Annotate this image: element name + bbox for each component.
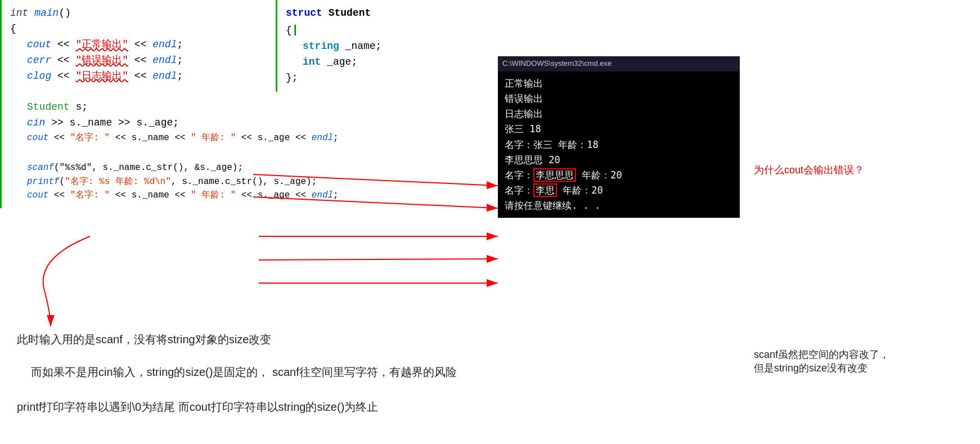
page-container: int main() { cout << "正常输出" << endl; cer… — [0, 0, 980, 444]
terminal-line-6: 李思思思 20 — [505, 153, 733, 168]
bottom-annotation-3: printf打印字符串以遇到\0为结尾 而cout打印字符串以string的si… — [17, 400, 378, 415]
terminal-line-2: 错误输出 — [505, 91, 733, 106]
terminal-window: C:\WINDOWS\system32\cmd.exe 正常输出 错误输出 日志… — [498, 56, 740, 218]
terminal-line-9: 请按任意键继续. . . — [505, 198, 733, 213]
terminal-line-1: 正常输出 — [505, 76, 733, 91]
terminal-line-5: 名字：张三 年龄：18 — [505, 137, 733, 153]
bottom-annotation-1: 此时输入用的是scanf，没有将string对象的size改变 — [17, 332, 271, 347]
bottom-annotation-2: 而如果不是用cin输入，string的size()是固定的， scanf往空间里… — [31, 365, 457, 380]
terminal-line-4: 张三 18 — [505, 122, 733, 137]
bottom-annotation-right: scanf虽然把空间的内容改了，但是string的size没有改变 — [754, 348, 889, 375]
code-line-1: int main() — [10, 6, 267, 21]
terminal-line-7: 名字：李思思思 年龄：20 — [505, 168, 733, 183]
svg-line-3 — [259, 259, 498, 260]
middle-code-panel: struct Student {| string _name; int _age… — [276, 0, 512, 92]
left-code-panel: int main() { cout << "正常输出" << endl; cer… — [0, 0, 276, 208]
terminal-titlebar: C:\WINDOWS\system32\cmd.exe — [498, 56, 740, 71]
terminal-body: 正常输出 错误输出 日志输出 张三 18 名字：张三 年龄：18 李思思思 20… — [498, 71, 740, 218]
terminal-line-3: 日志输出 — [505, 106, 733, 122]
question-annotation: 为什么cout会输出错误？ — [754, 163, 864, 177]
terminal-title: C:\WINDOWS\system32\cmd.exe — [502, 59, 612, 68]
terminal-line-8: 名字：李思 年龄：20 — [505, 183, 733, 198]
